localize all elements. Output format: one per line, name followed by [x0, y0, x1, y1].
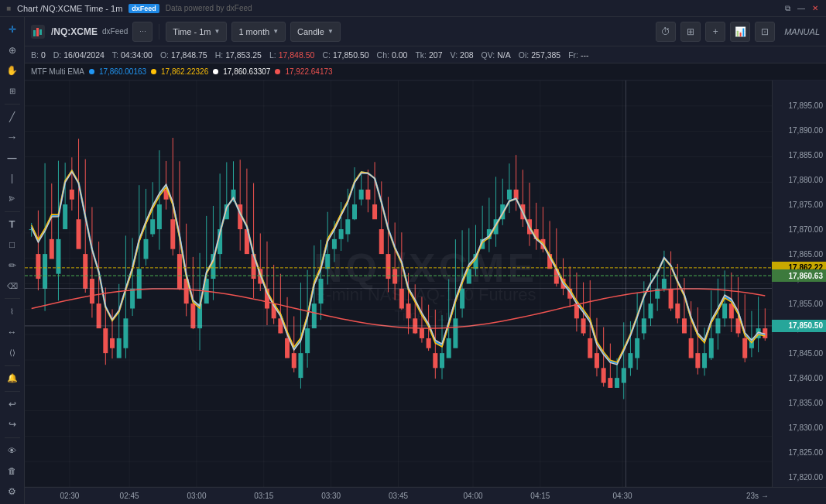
minimize-btn[interactable]: —: [797, 4, 806, 13]
data-QV: QV: N/A: [482, 50, 511, 60]
grid-btn[interactable]: ⊞: [680, 22, 701, 42]
shapes-tool[interactable]: □: [2, 235, 22, 254]
price-label: 17,880.00: [789, 176, 824, 184]
ind-val-1: 17,860.00163: [99, 67, 146, 76]
symbol-name: /NQ:XCME: [51, 26, 98, 37]
layout-btn[interactable]: ⊡: [755, 22, 775, 42]
price-highlight-box: 17,860.63: [772, 269, 826, 282]
ind-dot-1: [89, 69, 94, 74]
crosshair-tool[interactable]: ⊕: [2, 40, 22, 59]
data-Ch: Ch: 0.00: [377, 50, 408, 60]
settings-bottom-btn[interactable]: ⚙: [2, 482, 22, 500]
undo-btn[interactable]: ↩: [2, 395, 22, 413]
time-axis: 23s → 02:3002:4503:0003:1503:3003:4504:0…: [25, 487, 826, 504]
indicators-btn[interactable]: 📊: [730, 22, 750, 42]
brush-tool[interactable]: ✏: [2, 256, 22, 275]
data-T-value: 04:34:00: [121, 50, 153, 60]
ray-tool[interactable]: →: [2, 128, 22, 146]
separator-2: [5, 211, 20, 212]
window-title: Chart /NQ:XCME Time - 1m: [17, 4, 122, 13]
data-bar: B: 0 D: 16/04/2024 T: 04:34:00 O: 17,848…: [25, 46, 826, 63]
chart-canvas-area[interactable]: NQ /XCME E-mini NASDAQ-100 Futures Time …: [25, 81, 826, 487]
chart-logo: [31, 25, 45, 39]
price-label: 17,855.00: [789, 300, 824, 308]
cursor-tool[interactable]: ✛: [2, 20, 22, 39]
restore-btn[interactable]: ⧉: [783, 4, 792, 13]
price-label: 17,885.00: [789, 151, 824, 159]
titlebar: ■ Chart /NQ:XCME Time - 1m dxFeed Data p…: [0, 0, 826, 17]
timeframe-dropdown[interactable]: Time - 1m ▼: [166, 22, 227, 42]
separator-3: [5, 298, 20, 299]
text-tool[interactable]: T: [2, 215, 22, 234]
close-btn[interactable]: ✕: [811, 4, 820, 13]
data-Oi: Oi: 257,385: [519, 50, 560, 60]
svg-rect-1: [36, 28, 39, 36]
trash-btn[interactable]: 🗑: [2, 461, 22, 480]
timeframe-label: Time - 1m: [173, 27, 211, 36]
measure-tool[interactable]: ↔: [2, 323, 22, 341]
sep-v-1: [159, 24, 159, 39]
chart-toolbar: /NQ:XCME dxFeed ⋯ Time - 1m ▼ 1 month ▼ …: [25, 17, 826, 46]
data-source-label: Data powered by dxFeed: [166, 4, 252, 12]
horizontal-tool[interactable]: —: [2, 148, 22, 166]
ind-dot-3: [213, 69, 218, 74]
indicator-tool[interactable]: ⟨⟩: [2, 343, 22, 362]
alert-tool[interactable]: 🔔: [2, 369, 22, 388]
data-O-value: 17,848.75: [171, 50, 207, 60]
data-V: V: 208: [451, 50, 474, 60]
time-label: 03:00: [187, 492, 206, 500]
price-axis: 17,895.0017,890.0017,885.0017,880.0017,8…: [772, 81, 826, 487]
chart-type-label: Candle: [297, 27, 324, 36]
time-label: 02:45: [120, 492, 139, 500]
time-label: 03:15: [254, 492, 273, 500]
time-label: 02:30: [60, 492, 79, 500]
chart-container: /NQ:XCME dxFeed ⋯ Time - 1m ▼ 1 month ▼ …: [25, 17, 826, 504]
ind-dot-2: [151, 69, 156, 74]
time-label: 03:30: [321, 492, 341, 500]
price-label: 17,835.00: [789, 399, 824, 407]
indicator-bar: MTF Multi EMA 17,860.00163 17,862.22326 …: [25, 63, 826, 81]
left-toolbar: ✛ ⊕ ✋ ⊞ ╱ → — | ⫸ T □ ✏ ⌫ ⌇ ↔ ⟨⟩ 🔔 ↩ ↪ 👁…: [0, 17, 25, 504]
ind-dot-4: [275, 69, 280, 74]
range-dropdown[interactable]: 1 month ▼: [231, 22, 286, 42]
redo-btn[interactable]: ↪: [2, 415, 22, 434]
trendline-tool[interactable]: ╱: [2, 108, 22, 126]
manual-label: MANUAL: [784, 27, 820, 36]
price-label: 17,890.00: [789, 126, 824, 135]
clock-icon-btn[interactable]: ⏱: [656, 22, 676, 42]
data-Tk: Tk: 207: [415, 50, 442, 60]
data-V-value: 208: [460, 50, 474, 60]
fibonacci-tool[interactable]: ⌇: [2, 302, 22, 321]
chart-type-dropdown[interactable]: Candle ▼: [290, 22, 341, 42]
channel-tool[interactable]: ⫸: [2, 189, 22, 207]
price-label: 17,865.00: [789, 250, 824, 259]
data-Fr-value: ---: [581, 50, 589, 60]
eraser-tool[interactable]: ⌫: [2, 276, 22, 295]
price-label: 17,845.00: [789, 349, 824, 358]
zoom-tool[interactable]: ⊞: [2, 81, 22, 100]
data-Fr: Fr: ---: [568, 50, 588, 60]
data-Ch-value: 0.00: [392, 50, 407, 60]
symbol-menu-btn[interactable]: ⋯: [132, 22, 153, 42]
data-C-value: 17,850.50: [333, 50, 369, 60]
chart-type-arrow: ▼: [327, 28, 334, 35]
range-label: 1 month: [238, 27, 269, 36]
range-arrow: ▼: [272, 28, 279, 35]
data-B: B: 0: [31, 50, 46, 60]
countdown-value: 23s: [746, 492, 759, 500]
data-QV-value: N/A: [497, 50, 511, 60]
data-H: H: 17,853.25: [215, 50, 262, 60]
compare-btn[interactable]: +: [705, 22, 725, 42]
price-label: 17,875.00: [789, 201, 824, 209]
separator-6: [5, 437, 20, 438]
eye-btn[interactable]: 👁: [2, 441, 22, 460]
countdown-arrow: →: [761, 492, 769, 500]
vertical-tool[interactable]: |: [2, 169, 22, 187]
countdown-timer: 23s →: [746, 492, 769, 500]
chart-canvas[interactable]: [25, 81, 772, 487]
hand-tool[interactable]: ✋: [2, 61, 22, 80]
price-label: 17,830.00: [789, 423, 824, 432]
data-L-value: 17,848.50: [279, 50, 315, 60]
time-label: 04:15: [530, 492, 550, 500]
price-label: 17,840.00: [789, 374, 824, 382]
